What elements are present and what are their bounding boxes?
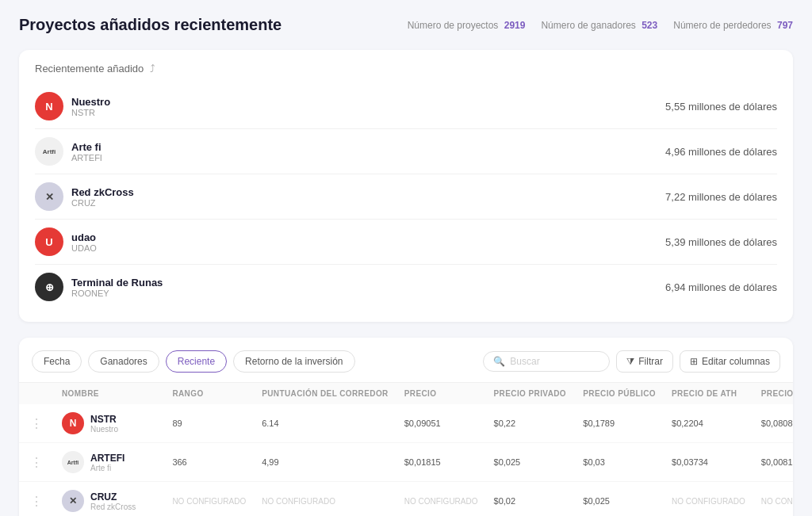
row-atl-price: NO CONFIGURADO <box>753 482 793 517</box>
col-header-3: PUNTUACIÓN DEL CORREDOR <box>254 383 396 405</box>
tab-retorno-de-la-inversión[interactable]: Retorno de la inversión <box>233 350 354 373</box>
project-amount: 4,96 millones de dólares <box>665 146 777 158</box>
row-actions[interactable]: ⋮ <box>19 482 54 517</box>
header-stats: Número de proyectos 2919 Número de ganad… <box>408 20 793 31</box>
filter-icon: ⧩ <box>626 356 634 367</box>
recent-project-row: ✕ Red zkCross CRUZ 7,22 millones de dóla… <box>35 174 777 220</box>
col-header-5: PRECIO PRIVADO <box>486 383 576 405</box>
row-score: 6.14 <box>254 404 396 443</box>
dots-icon[interactable]: ⋮ <box>27 417 46 430</box>
col-header-0 <box>19 383 54 405</box>
row-rank: NO CONFIGURADO <box>164 482 254 517</box>
columns-icon: ⊞ <box>690 356 698 367</box>
tab-group: FechaGanadoresRecienteRetorno de la inve… <box>32 350 355 373</box>
data-table: NOMBRERANGOPUNTUACIÓN DEL CORREDORPRECIO… <box>19 382 793 516</box>
row-name-cell: ✕ CRUZ Red zkCross <box>54 482 164 517</box>
row-private-price: $0,22 <box>486 404 576 443</box>
row-ath-price: NO CONFIGURADO <box>664 482 753 517</box>
row-token-name: NSTR <box>90 414 118 425</box>
row-private-price: $0,025 <box>486 443 576 482</box>
project-info: N Nuestro NSTR <box>35 92 110 120</box>
project-symbol: UDAO <box>71 243 97 253</box>
search-icon: 🔍 <box>493 356 505 367</box>
row-token-name: CRUZ <box>90 491 136 503</box>
dots-icon[interactable]: ⋮ <box>27 456 46 469</box>
row-private-price: $0,02 <box>486 482 576 517</box>
row-project-name: Arte fi <box>90 464 124 472</box>
project-logo: N <box>35 92 63 120</box>
recent-projects-list: N Nuestro NSTR 5,55 millones de dólares … <box>35 84 777 309</box>
project-symbol: ROONEY <box>71 289 163 298</box>
projects-stat: Número de proyectos 2919 <box>408 20 526 31</box>
table-row: ⋮ N NSTR Nuestro 896.14$0,09051$0,22$0,1… <box>19 404 793 443</box>
project-symbol: CRUZ <box>71 198 134 208</box>
row-project-name: Red zkCross <box>90 503 136 511</box>
table-header: NOMBRERANGOPUNTUACIÓN DEL CORREDORPRECIO… <box>19 383 793 405</box>
project-info: ✕ Red zkCross CRUZ <box>35 182 134 211</box>
project-logo: ✕ <box>35 182 63 211</box>
losers-stat: Número de perdedores 797 <box>673 20 793 31</box>
row-name-cell: N NSTR Nuestro <box>54 404 164 443</box>
table-row: ⋮ Artfi ARTEFI Arte fi 3664,99$0,01815$0… <box>19 443 793 482</box>
project-symbol: NSTR <box>71 108 110 117</box>
tab-ganadores[interactable]: Ganadores <box>88 350 159 373</box>
row-logo: N <box>62 412 84 434</box>
project-amount: 7,22 millones de dólares <box>665 191 777 203</box>
project-logo: Artfi <box>35 137 63 166</box>
row-logo: Artfi <box>62 451 84 473</box>
row-rank: 89 <box>164 404 254 443</box>
row-name-cell: Artfi ARTEFI Arte fi <box>54 443 164 482</box>
row-public-price: $0,03 <box>575 443 664 482</box>
project-amount: 6,94 millones de dólares <box>665 281 777 293</box>
row-rank: 366 <box>164 443 254 482</box>
col-header-8: PRECIO ATL <box>753 383 793 405</box>
project-name: udao <box>71 231 97 243</box>
project-amount: 5,55 millones de dólares <box>665 101 777 113</box>
page-title: Proyectos añadidos recientemente <box>19 16 282 34</box>
table-card: FechaGanadoresRecienteRetorno de la inve… <box>19 338 793 516</box>
row-ath-price: $0,2204 <box>664 404 753 443</box>
project-name: Red zkCross <box>71 186 134 198</box>
recently-added-card: Recientemente añadido ⤴ N Nuestro NSTR 5… <box>19 50 793 322</box>
row-public-price: $0,1789 <box>575 404 664 443</box>
row-actions[interactable]: ⋮ <box>19 404 54 443</box>
dots-icon[interactable]: ⋮ <box>27 495 46 508</box>
filter-button[interactable]: ⧩ Filtrar <box>616 350 673 373</box>
row-actions[interactable]: ⋮ <box>19 443 54 482</box>
row-atl-price: $0,008162 <box>753 443 793 482</box>
project-name: Terminal de Runas <box>71 277 163 289</box>
row-score: NO CONFIGURADO <box>254 482 396 517</box>
row-score: 4,99 <box>254 443 396 482</box>
project-logo: U <box>35 227 63 256</box>
recent-project-row: N Nuestro NSTR 5,55 millones de dólares <box>35 84 777 129</box>
recent-project-row: ⊕ Terminal de Runas ROONEY 6,94 millones… <box>35 265 777 309</box>
project-logo: ⊕ <box>35 273 63 301</box>
col-header-2: RANGO <box>164 383 254 405</box>
row-public-price: $0,025 <box>575 482 664 517</box>
row-logo: ✕ <box>62 490 84 512</box>
col-header-7: PRECIO DE ATH <box>664 383 753 405</box>
table-toolbar: FechaGanadoresRecienteRetorno de la inve… <box>19 350 793 382</box>
row-ath-price: $0,03734 <box>664 443 753 482</box>
project-symbol: ARTEFI <box>71 153 102 162</box>
project-info: U udao UDAO <box>35 227 97 256</box>
edit-columns-button[interactable]: ⊞ Editar columnas <box>680 350 780 373</box>
row-project-name: Nuestro <box>90 425 118 434</box>
project-amount: 5,39 millones de dólares <box>665 236 777 248</box>
project-info: ⊕ Terminal de Runas ROONEY <box>35 273 163 301</box>
search-box[interactable]: 🔍 Buscar <box>483 351 610 372</box>
search-placeholder: Buscar <box>510 356 539 367</box>
project-info: Artfi Arte fi ARTEFI <box>35 137 102 166</box>
tab-reciente[interactable]: Reciente <box>166 350 227 373</box>
recently-added-label: Recientemente añadido <box>35 63 144 75</box>
tab-fecha[interactable]: Fecha <box>32 350 82 373</box>
row-price: $0,01815 <box>396 443 486 482</box>
col-header-4: PRECIO <box>396 383 486 405</box>
table-body: ⋮ N NSTR Nuestro 896.14$0,09051$0,22$0,1… <box>19 404 793 516</box>
row-price: NO CONFIGURADO <box>396 482 486 517</box>
table-row: ⋮ ✕ CRUZ Red zkCross NO CONFIGURADONO CO… <box>19 482 793 517</box>
col-header-6: PRECIO PÚBLICO <box>575 383 664 405</box>
row-token-name: ARTEFI <box>90 453 124 464</box>
share-icon[interactable]: ⤴ <box>150 63 155 75</box>
row-price: $0,09051 <box>396 404 486 443</box>
